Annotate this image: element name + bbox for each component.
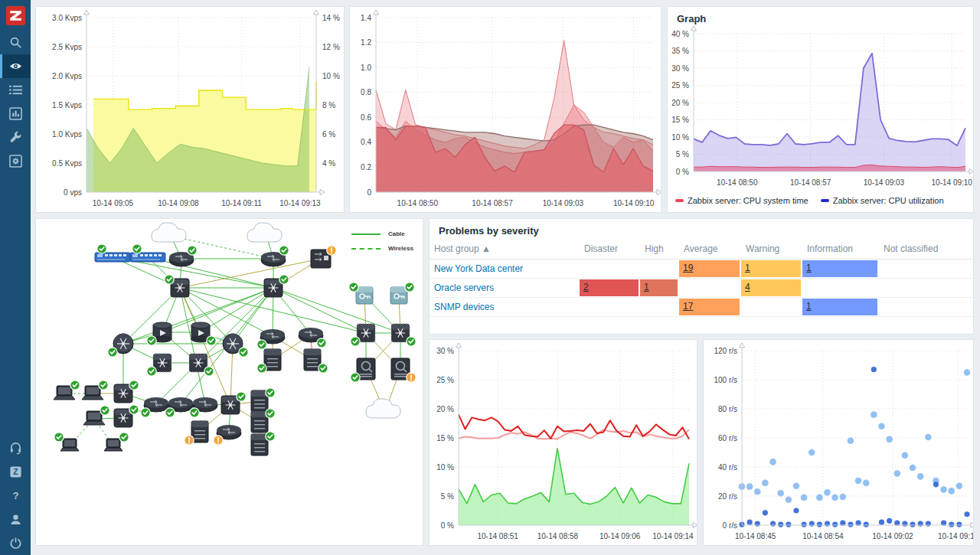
map-node-fw[interactable]	[391, 358, 416, 382]
bar-chart-icon	[9, 107, 22, 120]
svg-text:14 %: 14 %	[322, 14, 340, 22]
sidebar-item-search[interactable]	[0, 31, 31, 54]
sidebar-item-monitoring[interactable]	[0, 54, 31, 78]
svg-text:2.0 Kvps: 2.0 Kvps	[52, 72, 82, 80]
svg-text:120 r/s: 120 r/s	[714, 347, 737, 355]
status-ok-icon	[317, 338, 326, 348]
sidebar-item-inventory[interactable]	[0, 78, 31, 102]
cpu-lines-chart[interactable]: 10-14 08:5110-14 08:5810-14 09:0610-14 0…	[430, 340, 697, 548]
column-header-high[interactable]: High	[640, 238, 679, 259]
requests-scatter-chart[interactable]: 10-14 08:4510-14 08:5410-14 09:0210-14 0…	[704, 340, 973, 548]
problem-count-link[interactable]: 1	[741, 260, 801, 273]
severity-fill-disaster: 2	[580, 279, 639, 296]
map-node-rtr[interactable]	[261, 246, 289, 266]
map-node-cloud[interactable]	[366, 399, 400, 418]
map-node-srv[interactable]	[304, 349, 328, 373]
zabbix-logo[interactable]	[0, 0, 31, 31]
map-node-rtr[interactable]	[257, 329, 285, 349]
map-node-rtr[interactable]	[190, 397, 217, 417]
sidebar-item-help[interactable]: ?	[0, 484, 31, 508]
host-group-link[interactable]: Oracle servers	[434, 282, 494, 293]
problem-count-link[interactable]: 19	[679, 260, 740, 273]
status-ok-icon	[141, 408, 150, 417]
map-node-cyl[interactable]	[191, 322, 216, 345]
column-header-information[interactable]: Information	[802, 238, 879, 259]
problem-count-link[interactable]: 2	[580, 279, 639, 292]
problem-count-link[interactable]: 1	[802, 299, 877, 312]
map-node-rtr[interactable]	[214, 425, 241, 445]
sidebar-item-support[interactable]	[0, 436, 31, 460]
svg-text:10-14 08:57: 10-14 08:57	[790, 178, 831, 187]
map-node-fw[interactable]	[351, 358, 375, 382]
status-ok-icon	[237, 392, 246, 401]
sidebar-item-configuration[interactable]	[0, 126, 31, 149]
problem-count-link[interactable]: 1	[802, 260, 877, 273]
map-node-cloud[interactable]	[247, 223, 282, 242]
status-ok-icon	[351, 373, 360, 382]
column-header-disaster[interactable]: Disaster	[580, 238, 640, 259]
map-node-srv[interactable]	[257, 349, 281, 373]
problem-count-link[interactable]: 1	[640, 279, 678, 292]
problems-table-row: SNMP devices171	[430, 298, 973, 317]
cable-line-sample	[351, 233, 381, 235]
svg-text:10-14 09:14: 10-14 09:14	[652, 532, 694, 540]
host-group-link[interactable]: SNMP devices	[434, 302, 494, 312]
map-node-hub[interactable]	[108, 334, 133, 357]
sidebar-item-user-profile[interactable]	[0, 508, 31, 531]
map-node-sw[interactable]	[114, 380, 139, 403]
column-header-average[interactable]: Average	[679, 238, 741, 259]
severity-cell-high	[640, 298, 679, 316]
map-node-srv[interactable]	[251, 409, 275, 433]
map-node-swd[interactable]	[391, 324, 416, 346]
map-node-srv[interactable]	[251, 432, 275, 455]
map-node-cloud[interactable]	[152, 223, 186, 242]
map-node-pc[interactable]	[104, 433, 129, 451]
red-area-chart[interactable]: 10-14 08:5010-14 08:5710-14 09:0310-14 0…	[350, 7, 661, 215]
svg-text:0.5 Kvps: 0.5 Kvps	[52, 159, 82, 168]
host-group-link[interactable]: New York Data center	[434, 263, 523, 274]
column-header-host-group[interactable]: Host group ▲	[430, 238, 580, 259]
sidebar-item-administration[interactable]	[0, 149, 31, 173]
map-legend-wireless: Wireless	[351, 241, 413, 256]
map-node-key[interactable]	[390, 282, 414, 304]
map-node-pc[interactable]	[54, 433, 79, 451]
cable-label: Cable	[388, 230, 405, 237]
problem-count-link[interactable]: 17	[679, 299, 740, 312]
problems-table-row: Oracle servers214	[430, 279, 973, 298]
svg-text:10-14 09:03: 10-14 09:03	[864, 178, 905, 187]
map-node-blu[interactable]	[95, 244, 130, 262]
map-node-key[interactable]	[349, 282, 373, 304]
map-node-hub[interactable]	[223, 334, 248, 357]
map-node-blu[interactable]	[130, 244, 165, 262]
status-ok-icon	[266, 432, 275, 441]
map-node-rtr[interactable]	[169, 246, 197, 266]
map-node-rtr[interactable]	[165, 397, 193, 417]
widget-requests-scatter: 10-14 08:4510-14 08:5410-14 09:0210-14 0…	[703, 339, 974, 546]
map-node-lap[interactable]	[83, 406, 109, 425]
map-node-sw[interactable]	[165, 275, 189, 297]
sidebar-item-integrations[interactable]: Z	[0, 460, 31, 484]
map-node-sw[interactable]	[221, 392, 246, 414]
map-node-sw[interactable]	[114, 405, 139, 427]
traffic-chart[interactable]: 10-14 09:0510-14 09:0810-14 09:1110-14 0…	[36, 7, 344, 215]
column-header-not-classified[interactable]: Not classified	[879, 238, 973, 259]
sidebar-item-reports[interactable]	[0, 102, 31, 126]
severity-cell-information: 1	[802, 260, 879, 278]
status-ok-icon	[318, 364, 328, 373]
map-node-app[interactable]	[311, 246, 336, 268]
map-node-rtr[interactable]	[299, 328, 326, 348]
problem-count-link[interactable]: 4	[741, 279, 801, 292]
sidebar-item-sign-out[interactable]	[0, 531, 31, 555]
map-node-lap[interactable]	[54, 380, 80, 400]
cpu-graph-chart[interactable]: 10-14 08:5010-14 08:5710-14 09:0310-14 0…	[668, 26, 973, 194]
column-header-warning[interactable]: Warning	[741, 238, 802, 259]
status-ok-icon	[266, 409, 275, 418]
status-ok-icon	[108, 348, 117, 357]
map-node-srv[interactable]	[185, 421, 208, 445]
svg-text:0.4: 0.4	[361, 138, 371, 146]
network-map[interactable]	[36, 219, 423, 548]
map-node-lap[interactable]	[82, 380, 108, 400]
power-icon	[9, 537, 22, 550]
svg-text:40 r/s: 40 r/s	[718, 463, 737, 472]
map-node-srv[interactable]	[251, 388, 275, 412]
